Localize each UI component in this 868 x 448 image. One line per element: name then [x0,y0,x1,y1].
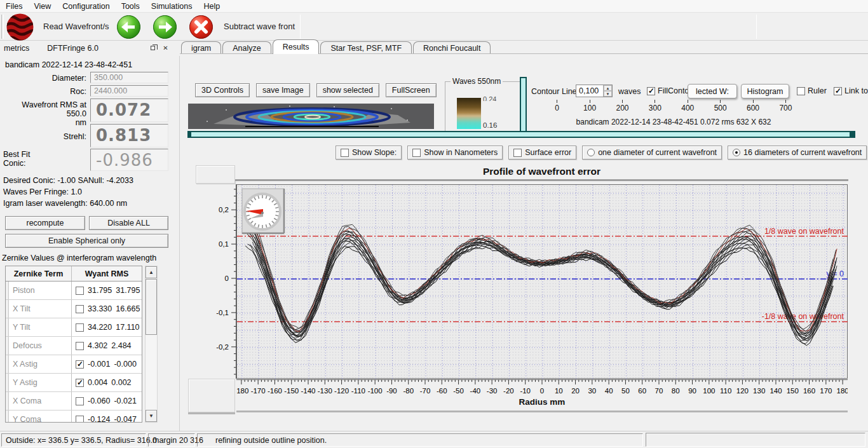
svg-text:-150: -150 [284,387,299,395]
zernike-enable-checkbox[interactable] [76,342,84,350]
svg-text:140: 140 [770,387,782,395]
best-fit-conic-label: Best FitConic: [3,150,30,168]
svg-text:0: 0 [225,275,229,282]
selected-wave-button[interactable]: lected W: [688,84,737,98]
table-row[interactable]: Y Tilt 34.220 17.110 [6,318,142,337]
fringe-icon [6,13,34,41]
y-axis: 0,20,10-0,1-0,2 [210,184,236,379]
contour-lines-value[interactable]: 0,100 [576,85,603,97]
profile-option-radio[interactable]: one diameter of current wavefront [582,146,722,160]
tab[interactable]: Star Test, PSF, MTF [320,41,412,54]
ruler-tick: 200 [606,100,639,112]
results-button[interactable]: 3D Controls [195,83,250,97]
checkbox-icon[interactable] [834,87,842,95]
tab-bar: igramAnalyzeResultsStar Test, PSF, MTFRo… [181,41,868,54]
table-row[interactable]: Piston 31.795 31.795 [6,282,142,300]
fill-contour-checkbox[interactable]: FillContou [647,86,689,95]
diameter-field: 350.000 [90,72,168,83]
delete-wavefront-button[interactable] [189,15,213,39]
waves-unit-label: waves [618,87,641,96]
scroll-up-icon[interactable]: ▲ [146,266,157,278]
zernike-enable-checkbox[interactable] [76,360,84,369]
table-row[interactable]: Y Coma -0.124 -0.047 [6,411,142,423]
x-axis: -180-170-160-150-140-130-120-110-100-90-… [236,379,848,412]
toolbar-drag-handle[interactable] [1,15,4,39]
plot-corner-box [196,165,235,184]
svg-text:-80: -80 [403,387,414,395]
ruler-checkbox[interactable]: Ruler [797,86,827,95]
zernike-enable-checkbox[interactable] [76,323,84,332]
read-wavefront-label[interactable]: Read Wavefront/s [43,22,109,31]
tab[interactable]: igram [181,41,221,54]
menu-item[interactable]: View [28,1,57,12]
subtract-wavefront-label[interactable]: Subtract wave front [224,22,295,31]
disable-all-button[interactable]: Disable ALL [89,216,168,230]
histogram-button[interactable]: Histogram [741,84,789,98]
igram-wavelength-label: Igram laser wavelength: 640.00 nm [3,199,127,208]
svg-text:10: 10 [555,387,563,395]
svg-text:60: 60 [638,387,646,395]
float-icon[interactable] [149,44,158,53]
horizontal-splitter[interactable] [187,131,855,138]
recompute-button[interactable]: recompute [5,216,85,230]
menu-item[interactable]: Help [198,1,226,12]
spin-up-icon[interactable]: ▲ [604,85,612,91]
clock-gauge-icon [242,189,284,233]
radio-icon[interactable] [587,149,595,156]
table-row[interactable]: X Coma -0.060 -0.021 [6,392,142,411]
back-arrow-button[interactable] [117,15,140,39]
menu-item[interactable]: Tools [116,1,146,12]
spin-down-icon[interactable]: ▼ [604,91,612,97]
profile-option-checkbox[interactable]: Show Slope: [336,146,402,160]
close-icon[interactable]: ✕ [161,44,170,53]
svg-text:110: 110 [720,387,731,395]
scroll-down-icon[interactable]: ▼ [146,410,157,422]
checkbox-icon[interactable] [412,149,421,157]
zernike-enable-checkbox[interactable] [76,416,84,423]
table-row[interactable]: Defocus 4.302 2.484 [6,337,142,355]
table-row[interactable]: X Astig -0.001 -0.000 [6,355,142,374]
menu-item[interactable]: Configuration [57,1,115,12]
radio-icon[interactable] [733,149,740,156]
zernike-enable-checkbox[interactable] [76,379,84,387]
checkbox-icon[interactable] [797,87,805,95]
profile-option-checkbox[interactable]: Show in Nanometers [407,146,503,160]
vertical-splitter[interactable] [520,77,527,138]
tab[interactable]: Results [273,39,320,54]
table-scrollbar[interactable]: ▲ ▼ [145,266,158,423]
zernike-enable-checkbox[interactable] [76,305,84,313]
enable-spherical-button[interactable]: Enable Spherical only [5,234,168,248]
app-title: DFTFringe 6.0 [47,44,98,53]
menu-item[interactable]: Simulations [146,1,198,12]
checkbox-icon[interactable] [341,149,349,157]
ruler-tick: 700 [770,100,802,112]
toolbar-separator [756,15,757,39]
scrollbar-thumb[interactable] [146,279,157,335]
wavefront-3d-thumbnail[interactable] [188,104,434,129]
zernike-enable-checkbox[interactable] [76,397,84,405]
checkbox-icon[interactable] [647,87,655,95]
results-button[interactable]: save Image [256,83,310,97]
forward-arrow-button[interactable] [153,15,177,39]
rms-label: Wavefront RMS at 550.0nm [0,100,86,127]
waves-550nm-group: Waves 550nm 0.24 0.16 [445,81,521,135]
svg-text:40: 40 [605,387,613,395]
toolbar-separator [300,15,301,39]
link-to-profile-checkbox[interactable]: Link to Pr [834,86,868,95]
plot-canvas[interactable]: 1/8 wave on wavefronty = 0-1/8 wave on w… [236,184,848,379]
tab[interactable]: Ronchi Foucault [413,41,491,54]
results-button[interactable]: show selected [316,83,379,97]
menu-item[interactable]: Files [0,1,28,12]
profile-option-checkbox[interactable]: Surface error [508,146,576,160]
results-button[interactable]: FullScreen [386,83,437,97]
contour-lines-spinbox[interactable]: 0,100 ▲▼ [576,85,613,97]
ruler-tick: 600 [736,100,769,112]
tab[interactable]: Analyze [222,41,271,54]
svg-text:170: 170 [820,387,832,395]
checkbox-icon[interactable] [513,149,522,157]
zernike-enable-checkbox[interactable] [76,287,84,295]
profile-option-radio[interactable]: 16 diameters of current wavefront [728,146,867,160]
table-row[interactable]: Y Astig 0.004 0.002 [6,374,142,392]
table-row[interactable]: X Tilt 33.330 16.665 [6,300,142,318]
zernike-table-header[interactable]: Zernike Term Wyant RMS [6,266,142,282]
